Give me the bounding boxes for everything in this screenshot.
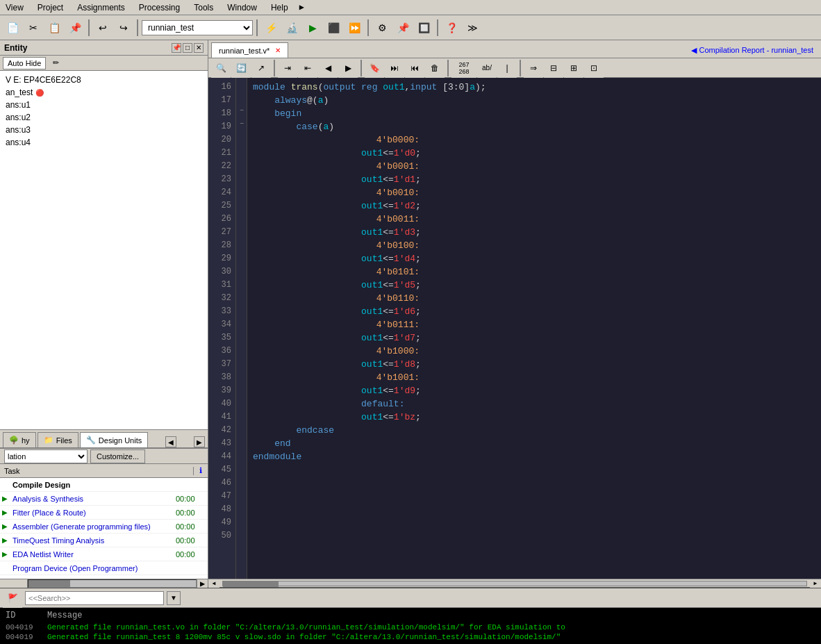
auto-hide-button[interactable]: Auto Hide bbox=[3, 57, 46, 69]
code-line-27[interactable]: out1<=1'd3; bbox=[253, 226, 815, 239]
task-row-program[interactable]: Program Device (Open Programmer) bbox=[0, 561, 208, 575]
entity-pin-btn[interactable]: 📌 bbox=[172, 43, 181, 53]
code-line-43[interactable]: end bbox=[253, 437, 815, 450]
code-line-46[interactable] bbox=[253, 477, 815, 490]
customize-button[interactable]: Customize... bbox=[90, 449, 145, 463]
task-select[interactable]: lation bbox=[4, 449, 88, 463]
stop-button[interactable]: ⬛ bbox=[324, 18, 343, 38]
code-line-30[interactable]: 4'b0101: bbox=[253, 265, 815, 279]
task-row-timequest[interactable]: ▶ TimeQuest Timing Analysis 00:00 bbox=[0, 534, 208, 547]
pin-button[interactable]: 📌 bbox=[393, 18, 413, 38]
indent-btn[interactable]: ⇥ bbox=[278, 58, 297, 78]
tab-design-units[interactable]: 🔧 Design Units bbox=[80, 432, 148, 447]
code-line-26[interactable]: 4'b0011: bbox=[253, 213, 815, 226]
task-row-analysis[interactable]: ▶ Analysis & Synthesis 00:00 bbox=[0, 492, 208, 506]
undo-button[interactable]: ↩ bbox=[93, 18, 113, 38]
goto-line-btn[interactable]: ↗ bbox=[251, 58, 271, 78]
nav-next-btn[interactable]: ▶ bbox=[338, 58, 358, 78]
code-line-35[interactable]: out1<=1'd7; bbox=[253, 331, 815, 345]
left-scroll-right-btn[interactable]: ▶ bbox=[197, 579, 208, 588]
menu-item-view[interactable]: View bbox=[3, 1, 26, 14]
new-button[interactable]: 📄 bbox=[3, 18, 22, 38]
menu-item-tools[interactable]: Tools bbox=[191, 1, 216, 14]
rtarrow-btn[interactable]: ⇒ bbox=[524, 58, 543, 78]
task-row-fitter[interactable]: ▶ Fitter (Place & Route) 00:00 bbox=[0, 506, 208, 520]
code-line-44[interactable]: endmodule bbox=[253, 450, 815, 463]
tree-u1[interactable]: ans:u1 bbox=[3, 99, 205, 111]
entity-max-btn[interactable]: □ bbox=[183, 43, 192, 53]
left-scroll-track[interactable] bbox=[28, 579, 197, 588]
scroll-track[interactable] bbox=[222, 581, 807, 586]
fold-btn-18[interactable]: − bbox=[236, 104, 247, 117]
code-line-25[interactable]: out1<=1'd2; bbox=[253, 199, 815, 213]
tab-hierarchy[interactable]: 🌳 hy bbox=[3, 432, 36, 447]
code-line-45[interactable] bbox=[253, 463, 815, 477]
bookmark-btn[interactable]: 🔖 bbox=[365, 58, 384, 78]
clear-bookmark-btn[interactable]: 🗑 bbox=[425, 58, 445, 78]
col1-btn[interactable]: ⊟ bbox=[544, 58, 563, 78]
code-editor[interactable]: 1617181920212223242526272829303132333435… bbox=[208, 78, 821, 579]
tree-device[interactable]: V E: EP4CE6E22C8 bbox=[3, 74, 205, 86]
scroll-thumb[interactable] bbox=[223, 581, 279, 587]
copy-button[interactable]: 📋 bbox=[44, 18, 64, 38]
code-line-32[interactable]: 4'b0110: bbox=[253, 292, 815, 305]
tree-u3[interactable]: ans:u3 bbox=[3, 124, 205, 136]
col3-btn[interactable]: ⊡ bbox=[584, 58, 604, 78]
unindent-btn[interactable]: ⇤ bbox=[298, 58, 317, 78]
code-line-20[interactable]: 4'b0000: bbox=[253, 133, 815, 147]
cut-button[interactable]: ✂ bbox=[24, 18, 43, 38]
chip-button[interactable]: 🔲 bbox=[414, 18, 433, 38]
edit-icon-btn[interactable]: ✏ bbox=[49, 56, 63, 70]
compile-button[interactable]: ⚡ bbox=[261, 18, 281, 38]
code-line-19[interactable]: case(a) bbox=[253, 120, 815, 133]
code-line-17[interactable]: always@(a) bbox=[253, 94, 815, 107]
help-button[interactable]: ❓ bbox=[442, 18, 461, 38]
pipe-btn[interactable]: | bbox=[497, 58, 517, 78]
code-line-22[interactable]: 4'b0001: bbox=[253, 160, 815, 173]
task-row-compile[interactable]: Compile Design bbox=[0, 478, 208, 492]
analysis-button[interactable]: 🔬 bbox=[282, 18, 301, 38]
code-line-24[interactable]: 4'b0010: bbox=[253, 186, 815, 199]
tree-project[interactable]: an_test 🔴 bbox=[3, 86, 205, 99]
abslrel-btn[interactable]: ab/ bbox=[477, 58, 497, 78]
code-line-28[interactable]: 4'b0100: bbox=[253, 239, 815, 252]
paste-button[interactable]: 📌 bbox=[65, 18, 85, 38]
left-scroll-thumb[interactable] bbox=[28, 580, 70, 587]
tab-nav-right[interactable]: ▶ bbox=[194, 436, 205, 447]
bookmark-next-btn[interactable]: ⏭ bbox=[385, 58, 404, 78]
code-line-21[interactable]: out1<=1'd0; bbox=[253, 147, 815, 160]
linenum-btn[interactable]: 267268 bbox=[451, 58, 476, 78]
code-line-18[interactable]: begin bbox=[253, 107, 815, 120]
menu-item-assignments[interactable]: Assignments bbox=[74, 1, 128, 14]
flag-icon-btn[interactable]: 🚩 bbox=[3, 588, 22, 608]
code-line-38[interactable]: 4'b1001: bbox=[253, 371, 815, 384]
code-line-47[interactable] bbox=[253, 490, 815, 503]
fast-forward-button[interactable]: ⏩ bbox=[345, 18, 364, 38]
code-line-39[interactable]: out1<=1'd9; bbox=[253, 384, 815, 397]
bookmark-prev-btn[interactable]: ⏮ bbox=[405, 58, 424, 78]
search-btn[interactable]: 🔍 bbox=[211, 58, 231, 78]
start-button[interactable]: ▶ bbox=[303, 18, 322, 38]
code-line-49[interactable] bbox=[253, 516, 815, 529]
project-select[interactable]: runnian_test bbox=[142, 20, 253, 35]
tab-nav-left[interactable]: ◀ bbox=[165, 436, 176, 447]
code-line-36[interactable]: 4'b1000: bbox=[253, 345, 815, 358]
code-line-16[interactable]: module trans(output reg out1,input [3:0]… bbox=[253, 81, 815, 94]
scroll-left-btn[interactable]: ◀ bbox=[208, 579, 219, 588]
code-line-40[interactable]: default: bbox=[253, 397, 815, 411]
code-line-37[interactable]: out1<=1'd8; bbox=[253, 358, 815, 371]
code-line-48[interactable] bbox=[253, 503, 815, 516]
find-replace-btn[interactable]: 🔄 bbox=[231, 58, 251, 78]
menu-item-project[interactable]: Project bbox=[35, 1, 66, 14]
code-line-42[interactable]: endcase bbox=[253, 424, 815, 437]
code-line-41[interactable]: out1<=1'bz; bbox=[253, 411, 815, 424]
tree-u4[interactable]: ans:u4 bbox=[3, 136, 205, 149]
code-line-23[interactable]: out1<=1'd1; bbox=[253, 173, 815, 186]
code-line-34[interactable]: 4'b0111: bbox=[253, 318, 815, 331]
editor-tab-main[interactable]: runnian_test.v* ✕ bbox=[211, 42, 288, 58]
menu-item-processing[interactable]: Processing bbox=[136, 1, 183, 14]
entity-close-btn[interactable]: ✕ bbox=[194, 43, 204, 53]
task-row-eda[interactable]: ▶ EDA Netlist Writer 00:00 bbox=[0, 547, 208, 561]
search-dropdown-btn[interactable]: ▼ bbox=[167, 591, 181, 605]
tab-files[interactable]: 📁 Files bbox=[38, 432, 78, 447]
